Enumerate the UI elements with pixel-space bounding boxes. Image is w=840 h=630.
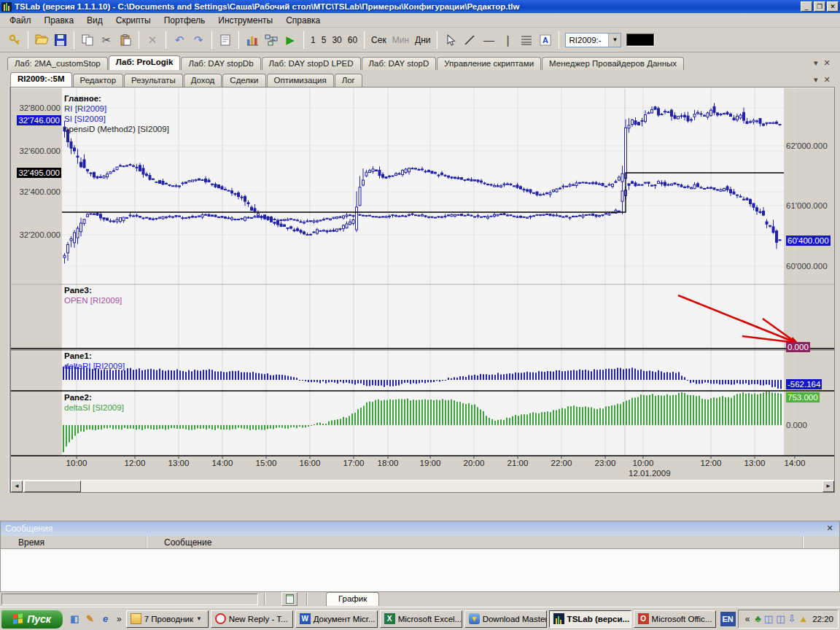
pane-title: Pane3:	[64, 285, 122, 295]
excel-icon: X	[384, 613, 395, 624]
pane-legend-2: Pane3:OPEN [RI2009]	[64, 285, 122, 306]
time-axis-label: 20:00	[464, 459, 485, 467]
series-label: RI [RI2009]	[64, 104, 169, 114]
left-axis-label: 32'746.000	[17, 115, 61, 125]
taskbar: Пуск ◧✎e » 7 Проводник▼New Reply - T...W…	[0, 607, 840, 630]
net-monitor-icon[interactable]: ◫	[764, 614, 773, 623]
tslab-window: TSLab (версия 1.1.1.10) - C:\Documents a…	[0, 0, 840, 630]
scroll-right-arrow[interactable]: ►	[822, 481, 834, 492]
series-label: deltaRI [RI2009]	[64, 361, 125, 371]
right-axis-label: 0.000	[786, 342, 810, 352]
office-icon: O	[638, 613, 649, 624]
right-axis-label: 61'000.000	[786, 201, 828, 211]
time-axis-label: 12:00	[701, 459, 722, 467]
clover-icon[interactable]: ♣	[755, 614, 761, 623]
pane-legend-3: Pane1:deltaRI [RI2009]	[64, 351, 125, 371]
right-axis-label: 62'000.000	[786, 141, 828, 151]
series-label: OPEN [RI2009]	[64, 295, 122, 306]
language-indicator[interactable]: EN	[720, 612, 736, 626]
right-axis-label: 753.000	[786, 392, 820, 402]
ie-icon[interactable]: e	[99, 612, 112, 625]
net-monitor-icon2[interactable]: ◫	[776, 614, 785, 623]
time-axis-label: 14:00	[212, 459, 233, 467]
pane-title: Главное:	[64, 93, 169, 104]
taskbar-button-4[interactable]: XMicrosoft Excel...	[380, 610, 462, 628]
left-axis-label: 32'495.000	[17, 168, 61, 178]
pane-legend-1: Главное:RI [RI2009]SI [SI2009]opensiD (M…	[64, 93, 169, 134]
taskbar-button-5[interactable]: ▼Download Master	[464, 610, 547, 628]
pen-icon-glyph: ✎	[86, 613, 94, 624]
opera-icon	[215, 613, 226, 624]
taskbar-button-6[interactable]: TSLab (верси...	[549, 610, 631, 628]
date-axis-label: 12.01.2009	[629, 469, 671, 478]
pane-title: Pane1:	[64, 351, 125, 361]
taskbar-button-1[interactable]: 7 Проводник▼	[126, 610, 209, 628]
taskbar-button-2[interactable]: New Reply - T...	[211, 610, 293, 628]
scroll-left-arrow[interactable]: ◄	[11, 481, 23, 492]
taskbar-button-label: 7 Проводник	[144, 615, 193, 623]
time-axis-label: 12:00	[125, 459, 146, 467]
word-icon: W	[300, 613, 311, 624]
pane-title: Pane2:	[64, 392, 124, 402]
pen-icon[interactable]: ✎	[84, 612, 96, 625]
quick-launch-overflow-chevron[interactable]: »	[114, 614, 124, 624]
time-axis-label: 16:00	[300, 459, 321, 467]
taskbar-clock: 22:20	[811, 615, 833, 623]
shield-icon[interactable]: ▲	[798, 614, 808, 623]
left-axis-label: 32'800.000	[14, 103, 61, 113]
scroll-thumb[interactable]	[24, 481, 81, 492]
time-axis-label: 23:00	[595, 459, 616, 467]
windows-flag-icon	[13, 613, 23, 624]
window-icon[interactable]: ◧	[69, 612, 81, 625]
right-axis-label: 60'400.000	[786, 236, 831, 246]
folder-icon	[131, 613, 141, 624]
right-axis-label: -562.164	[786, 379, 822, 389]
right-axis-label: 0.000	[786, 420, 807, 430]
time-axis-label: 15:00	[256, 459, 277, 467]
time-axis-label: 17:00	[343, 459, 365, 467]
time-axis-label: 19:00	[420, 459, 441, 467]
taskbar-button-label: Microsoft Offic...	[652, 615, 712, 623]
system-tray: «♣◫◫⇩▲22:20	[738, 610, 839, 629]
series-label: deltaSI [SI2009]	[64, 402, 124, 413]
taskbar-button-label: Download Master	[483, 615, 547, 623]
time-axis-label: 13:00	[744, 459, 766, 467]
left-axis-label: 32'400.000	[14, 187, 61, 197]
chart-hscrollbar[interactable]: ◄ ►	[11, 481, 834, 492]
time-axis-label: 18:00	[378, 459, 399, 467]
task-buttons: 7 Проводник▼New Reply - T...WДокумент Mi…	[124, 610, 718, 628]
taskbar-button-label: New Reply - T...	[229, 615, 288, 623]
ie-icon-glyph: e	[103, 613, 108, 624]
quick-launch: ◧✎e	[66, 612, 114, 625]
window-icon-glyph: ◧	[70, 613, 79, 624]
tslab-icon	[553, 613, 564, 624]
time-axis-label: 21:00	[508, 459, 529, 467]
tray-chevron[interactable]: «	[743, 614, 752, 624]
time-axis-label: 14:00	[785, 459, 806, 467]
time-axis-label: 10:00	[66, 459, 88, 467]
start-button[interactable]: Пуск	[1, 610, 63, 629]
series-label: SI [SI2009]	[64, 114, 169, 124]
taskbar-button-label: Документ Micr...	[314, 615, 376, 623]
time-axis-label: 22:00	[551, 459, 572, 467]
download-tray-icon[interactable]: ⇩	[788, 614, 796, 623]
taskbar-button-label: TSLab (верси...	[567, 615, 630, 623]
time-axis-label: 13:00	[168, 459, 190, 467]
right-axis-label: 60'000.000	[786, 261, 828, 271]
pane-legend-4: Pane2:deltaSI [SI2009]	[64, 392, 124, 413]
left-axis-label: 32'600.000	[14, 146, 61, 156]
left-axis-label: 32'200.000	[14, 230, 61, 240]
chevron-down-icon: ▼	[196, 615, 202, 622]
taskbar-button-label: Microsoft Excel...	[398, 615, 462, 623]
series-label: opensiD (Method2) [SI2009]	[64, 124, 169, 134]
taskbar-button-7[interactable]: OMicrosoft Offic...	[634, 610, 716, 628]
dm-icon: ▼	[469, 613, 480, 624]
chart-overlay: 32'800.00032'746.00032'600.00032'495.000…	[0, 0, 840, 630]
taskbar-button-3[interactable]: WДокумент Micr...	[295, 610, 378, 628]
time-axis-label: 10:00	[633, 459, 654, 467]
